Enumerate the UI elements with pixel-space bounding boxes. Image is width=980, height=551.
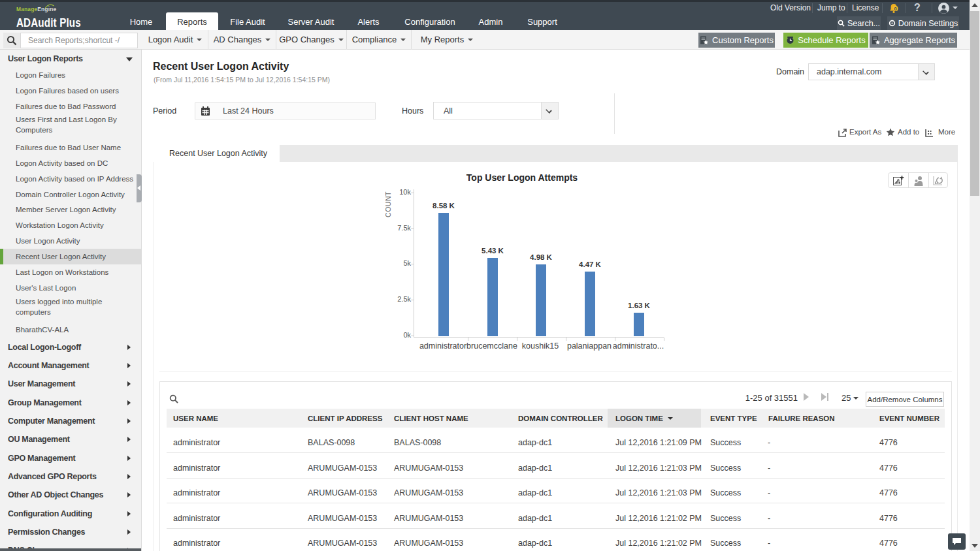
svg-text:0: 0 bbox=[894, 6, 896, 12]
